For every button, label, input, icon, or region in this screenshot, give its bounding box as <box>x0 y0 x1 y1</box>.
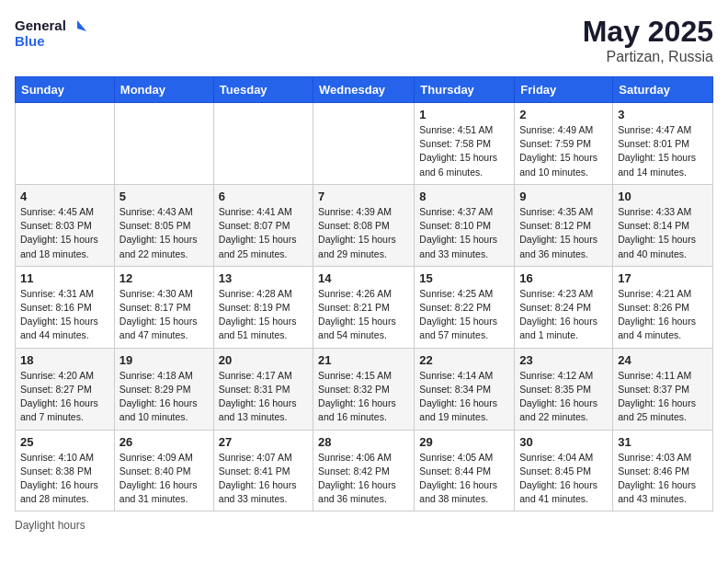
calendar-day-header: Friday <box>515 77 613 103</box>
calendar-day-header: Saturday <box>613 77 713 103</box>
logo: General Blue <box>15 15 88 52</box>
day-info: Sunrise: 4:23 AM Sunset: 8:24 PM Dayligh… <box>519 287 608 343</box>
day-number: 22 <box>419 353 509 367</box>
calendar-cell: 15Sunrise: 4:25 AM Sunset: 8:22 PM Dayli… <box>415 266 515 348</box>
title-block: May 2025 Partizan, Russia <box>583 15 713 65</box>
calendar-cell: 19Sunrise: 4:18 AM Sunset: 8:29 PM Dayli… <box>114 348 213 430</box>
day-info: Sunrise: 4:18 AM Sunset: 8:29 PM Dayligh… <box>119 369 209 425</box>
day-info: Sunrise: 4:30 AM Sunset: 8:17 PM Dayligh… <box>119 287 209 343</box>
day-info: Sunrise: 4:35 AM Sunset: 8:12 PM Dayligh… <box>519 205 608 261</box>
month-title: May 2025 <box>583 15 713 49</box>
day-number: 4 <box>20 190 109 203</box>
calendar-cell: 8Sunrise: 4:37 AM Sunset: 8:10 PM Daylig… <box>415 184 515 266</box>
calendar-week-row: 18Sunrise: 4:20 AM Sunset: 8:27 PM Dayli… <box>16 348 713 430</box>
day-info: Sunrise: 4:07 AM Sunset: 8:41 PM Dayligh… <box>219 451 308 507</box>
calendar-cell: 11Sunrise: 4:31 AM Sunset: 8:16 PM Dayli… <box>16 266 115 348</box>
calendar-cell: 4Sunrise: 4:45 AM Sunset: 8:03 PM Daylig… <box>16 184 115 266</box>
day-info: Sunrise: 4:45 AM Sunset: 8:03 PM Dayligh… <box>20 205 109 261</box>
day-number: 12 <box>119 271 209 285</box>
day-number: 10 <box>618 190 708 203</box>
day-info: Sunrise: 4:41 AM Sunset: 8:07 PM Dayligh… <box>219 205 308 261</box>
day-number: 27 <box>219 435 308 449</box>
calendar-cell: 1Sunrise: 4:51 AM Sunset: 7:58 PM Daylig… <box>415 103 515 185</box>
daylight-hours-label: Daylight hours <box>15 519 85 532</box>
svg-text:Blue: Blue <box>15 33 45 49</box>
calendar-week-row: 25Sunrise: 4:10 AM Sunset: 8:38 PM Dayli… <box>16 430 713 511</box>
calendar-cell: 17Sunrise: 4:21 AM Sunset: 8:26 PM Dayli… <box>613 266 713 348</box>
calendar-cell: 2Sunrise: 4:49 AM Sunset: 7:59 PM Daylig… <box>515 103 613 185</box>
day-info: Sunrise: 4:04 AM Sunset: 8:45 PM Dayligh… <box>519 451 608 507</box>
day-info: Sunrise: 4:20 AM Sunset: 8:27 PM Dayligh… <box>20 369 109 425</box>
calendar-cell: 12Sunrise: 4:30 AM Sunset: 8:17 PM Dayli… <box>114 266 213 348</box>
calendar-cell: 28Sunrise: 4:06 AM Sunset: 8:42 PM Dayli… <box>313 430 415 511</box>
day-number: 5 <box>119 190 209 203</box>
calendar-table: SundayMondayTuesdayWednesdayThursdayFrid… <box>15 76 713 511</box>
calendar-cell: 30Sunrise: 4:04 AM Sunset: 8:45 PM Dayli… <box>515 430 613 511</box>
day-info: Sunrise: 4:31 AM Sunset: 8:16 PM Dayligh… <box>20 287 109 343</box>
day-info: Sunrise: 4:43 AM Sunset: 8:05 PM Dayligh… <box>119 205 209 261</box>
footer: Daylight hours <box>15 519 713 532</box>
calendar-cell: 6Sunrise: 4:41 AM Sunset: 8:07 PM Daylig… <box>213 184 313 266</box>
day-number: 1 <box>419 108 509 121</box>
day-number: 20 <box>219 353 308 367</box>
calendar-cell <box>213 103 313 185</box>
day-number: 24 <box>618 353 708 367</box>
day-number: 30 <box>519 435 608 449</box>
calendar-cell: 29Sunrise: 4:05 AM Sunset: 8:44 PM Dayli… <box>415 430 515 511</box>
day-number: 25 <box>20 435 109 449</box>
day-number: 21 <box>318 353 409 367</box>
calendar-cell <box>16 103 115 185</box>
day-number: 3 <box>618 108 708 121</box>
calendar-week-row: 4Sunrise: 4:45 AM Sunset: 8:03 PM Daylig… <box>16 184 713 266</box>
day-number: 28 <box>318 435 409 449</box>
day-info: Sunrise: 4:14 AM Sunset: 8:34 PM Dayligh… <box>419 369 509 425</box>
day-number: 26 <box>119 435 209 449</box>
day-number: 7 <box>318 190 409 203</box>
day-info: Sunrise: 4:09 AM Sunset: 8:40 PM Dayligh… <box>119 451 209 507</box>
calendar-cell <box>313 103 415 185</box>
calendar-cell: 20Sunrise: 4:17 AM Sunset: 8:31 PM Dayli… <box>213 348 313 430</box>
calendar-cell: 7Sunrise: 4:39 AM Sunset: 8:08 PM Daylig… <box>313 184 415 266</box>
day-info: Sunrise: 4:15 AM Sunset: 8:32 PM Dayligh… <box>318 369 409 425</box>
day-info: Sunrise: 4:03 AM Sunset: 8:46 PM Dayligh… <box>618 451 708 507</box>
calendar-cell: 5Sunrise: 4:43 AM Sunset: 8:05 PM Daylig… <box>114 184 213 266</box>
calendar-day-header: Wednesday <box>313 77 415 103</box>
calendar-day-header: Monday <box>114 77 213 103</box>
day-number: 18 <box>20 353 109 367</box>
calendar-cell: 10Sunrise: 4:33 AM Sunset: 8:14 PM Dayli… <box>613 184 713 266</box>
svg-text:General: General <box>15 17 66 33</box>
day-number: 14 <box>318 271 409 285</box>
day-info: Sunrise: 4:39 AM Sunset: 8:08 PM Dayligh… <box>318 205 409 261</box>
location: Partizan, Russia <box>583 49 713 65</box>
calendar-cell: 14Sunrise: 4:26 AM Sunset: 8:21 PM Dayli… <box>313 266 415 348</box>
calendar-day-header: Sunday <box>16 77 115 103</box>
calendar-cell: 22Sunrise: 4:14 AM Sunset: 8:34 PM Dayli… <box>415 348 515 430</box>
day-number: 2 <box>519 108 608 121</box>
day-number: 8 <box>419 190 509 203</box>
day-info: Sunrise: 4:10 AM Sunset: 8:38 PM Dayligh… <box>20 451 109 507</box>
calendar-cell: 9Sunrise: 4:35 AM Sunset: 8:12 PM Daylig… <box>515 184 613 266</box>
day-number: 6 <box>219 190 308 203</box>
calendar-header-row: SundayMondayTuesdayWednesdayThursdayFrid… <box>16 77 713 103</box>
logo-svg: General Blue <box>15 15 88 52</box>
calendar-week-row: 1Sunrise: 4:51 AM Sunset: 7:58 PM Daylig… <box>16 103 713 185</box>
calendar-day-header: Tuesday <box>213 77 313 103</box>
day-info: Sunrise: 4:05 AM Sunset: 8:44 PM Dayligh… <box>419 451 509 507</box>
calendar-cell: 31Sunrise: 4:03 AM Sunset: 8:46 PM Dayli… <box>613 430 713 511</box>
calendar-cell: 24Sunrise: 4:11 AM Sunset: 8:37 PM Dayli… <box>613 348 713 430</box>
day-number: 19 <box>119 353 209 367</box>
calendar-cell: 3Sunrise: 4:47 AM Sunset: 8:01 PM Daylig… <box>613 103 713 185</box>
day-info: Sunrise: 4:49 AM Sunset: 7:59 PM Dayligh… <box>519 123 608 179</box>
day-number: 15 <box>419 271 509 285</box>
calendar-cell: 25Sunrise: 4:10 AM Sunset: 8:38 PM Dayli… <box>16 430 115 511</box>
calendar-cell: 21Sunrise: 4:15 AM Sunset: 8:32 PM Dayli… <box>313 348 415 430</box>
day-info: Sunrise: 4:47 AM Sunset: 8:01 PM Dayligh… <box>618 123 708 179</box>
calendar-cell: 23Sunrise: 4:12 AM Sunset: 8:35 PM Dayli… <box>515 348 613 430</box>
day-info: Sunrise: 4:06 AM Sunset: 8:42 PM Dayligh… <box>318 451 409 507</box>
day-number: 13 <box>219 271 308 285</box>
day-info: Sunrise: 4:51 AM Sunset: 7:58 PM Dayligh… <box>419 123 509 179</box>
calendar-cell: 26Sunrise: 4:09 AM Sunset: 8:40 PM Dayli… <box>114 430 213 511</box>
page-header: General Blue May 2025 Partizan, Russia <box>15 15 713 65</box>
day-number: 16 <box>519 271 608 285</box>
calendar-cell: 16Sunrise: 4:23 AM Sunset: 8:24 PM Dayli… <box>515 266 613 348</box>
